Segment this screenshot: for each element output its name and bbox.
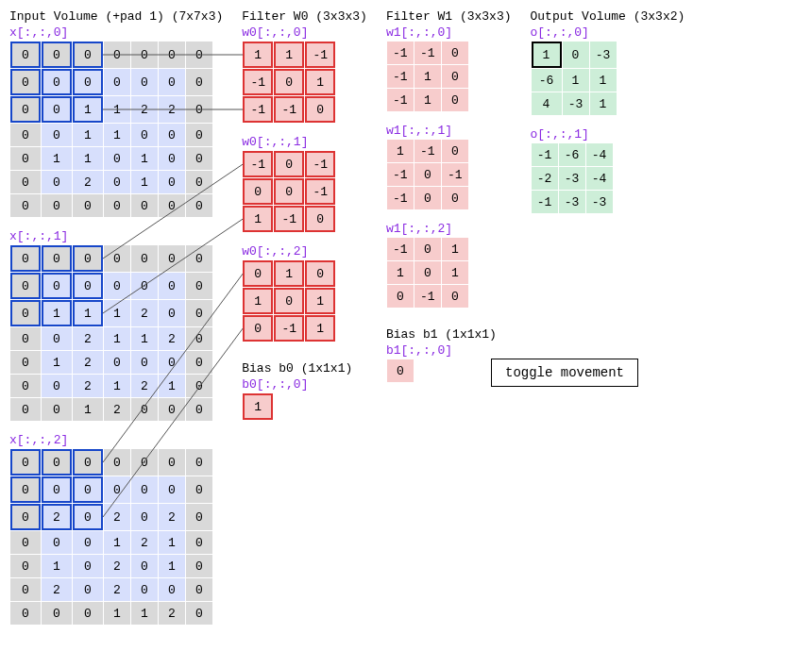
w1-slice-label: w1[:,:,1] xyxy=(386,124,512,138)
cell: 0 xyxy=(10,171,41,193)
w1-slice-label: w1[:,:,2] xyxy=(386,222,512,236)
cell: 0 xyxy=(104,476,130,503)
w0-grid: -10-100-11-10 xyxy=(242,150,336,233)
cell: 1 xyxy=(387,140,414,162)
cell: 0 xyxy=(159,42,185,68)
cell: -1 xyxy=(414,285,441,308)
cell: 0 xyxy=(104,351,130,374)
w0-slice-label: w0[:,:,0] xyxy=(242,25,367,40)
cell: 0 xyxy=(159,147,185,170)
output-highlight-cell: 1 xyxy=(532,42,562,68)
cell: 0 xyxy=(159,194,185,217)
cell: 0 xyxy=(442,285,468,308)
cell: -1 xyxy=(387,89,414,111)
cell: 0 xyxy=(10,124,41,146)
cell: 0 xyxy=(387,285,414,308)
input-slice-label: x[:,:,0] xyxy=(9,25,223,40)
cell: 0 xyxy=(10,531,41,554)
cell: 0 xyxy=(42,171,72,193)
cell: 2 xyxy=(104,398,130,421)
cell: 0 xyxy=(243,260,273,287)
cell: 0 xyxy=(42,531,72,554)
cell: 0 xyxy=(131,351,158,374)
cell: -3 xyxy=(563,92,589,115)
cell: 0 xyxy=(73,531,103,554)
cell: -1 xyxy=(274,206,304,232)
cell: -1 xyxy=(387,238,414,260)
cell: 0 xyxy=(186,124,212,146)
cell: 1 xyxy=(414,89,441,111)
output-slice-label: o[:,:,1] xyxy=(531,127,685,142)
cell: 0 xyxy=(186,449,212,476)
cell: 0 xyxy=(159,398,185,421)
cell: 2 xyxy=(104,555,130,577)
cell: 0 xyxy=(10,351,41,374)
cell: 0 xyxy=(442,89,468,111)
cell: 0 xyxy=(442,65,468,88)
cell: 2 xyxy=(73,375,103,397)
cell: 1 xyxy=(243,206,273,232)
cell: 0 xyxy=(186,327,212,350)
input-rf-cell: 0 xyxy=(42,69,72,95)
cell: 0 xyxy=(243,315,273,342)
cell: 0 xyxy=(131,42,158,68)
cell: 0 xyxy=(414,187,441,209)
cell: 0 xyxy=(73,602,103,625)
input-rf-cell: 0 xyxy=(42,476,72,503)
cell: 0 xyxy=(274,69,304,95)
input-rf-cell: 0 xyxy=(10,245,41,272)
w0-slice-label: w0[:,:,2] xyxy=(242,244,367,259)
cell: 0 xyxy=(186,147,212,170)
cell: 0 xyxy=(42,398,72,421)
cell: 0 xyxy=(186,300,212,326)
cell: 1 xyxy=(131,327,158,350)
cell: 1 xyxy=(42,147,72,170)
input-grid: 0000000000000000112200011000011010000201… xyxy=(9,41,213,218)
cell: 1 xyxy=(590,92,617,115)
cell: 0 xyxy=(186,245,212,272)
input-rf-cell: 0 xyxy=(42,42,72,68)
cell: 0 xyxy=(159,578,185,601)
input-rf-cell: 0 xyxy=(73,42,103,68)
cell: -3 xyxy=(559,167,585,190)
cell: 1 xyxy=(563,69,589,92)
input-rf-cell: 0 xyxy=(10,300,41,326)
toggle-movement-button[interactable]: toggle movement xyxy=(491,359,638,387)
cell: -1 xyxy=(243,151,273,177)
bias-b0-cell: 1 xyxy=(243,393,273,420)
bias-b0-grid: 1 xyxy=(242,392,274,421)
cell: 1 xyxy=(159,375,185,397)
input-rf-cell: 0 xyxy=(73,245,103,272)
cell: 1 xyxy=(387,261,414,284)
cell: -1 xyxy=(442,163,468,186)
cell: 0 xyxy=(10,578,41,601)
input-rf-cell: 0 xyxy=(10,42,41,68)
cell: -1 xyxy=(243,69,273,95)
cell: 0 xyxy=(42,124,72,146)
cell: -2 xyxy=(532,167,558,190)
cell: 0 xyxy=(131,245,158,272)
bias-b0-label: b0[:,:,0] xyxy=(242,377,367,392)
cell: 1 xyxy=(442,238,468,260)
cell: 0 xyxy=(131,476,158,503)
cell: 1 xyxy=(305,69,335,95)
cell: 2 xyxy=(159,96,185,123)
input-rf-cell: 1 xyxy=(73,300,103,326)
w1-slice-label: w1[:,:,0] xyxy=(386,25,512,40)
cell: 0 xyxy=(131,555,158,577)
cell: 1 xyxy=(305,288,335,314)
cell: 0 xyxy=(186,476,212,503)
bias-b0-title: Bias b0 (1x1x1) xyxy=(242,361,367,376)
cell: 1 xyxy=(42,555,72,577)
cell: 0 xyxy=(414,163,441,186)
input-rf-cell: 0 xyxy=(10,476,41,503)
cell: 0 xyxy=(159,273,185,299)
input-rf-cell: 0 xyxy=(42,273,72,299)
cell: 1 xyxy=(131,147,158,170)
cell: 4 xyxy=(532,92,562,115)
cell: 0 xyxy=(186,42,212,68)
cell: 0 xyxy=(73,194,103,217)
cell: 0 xyxy=(10,602,41,625)
input-rf-cell: 0 xyxy=(73,449,103,476)
cell: -1 xyxy=(387,65,414,88)
